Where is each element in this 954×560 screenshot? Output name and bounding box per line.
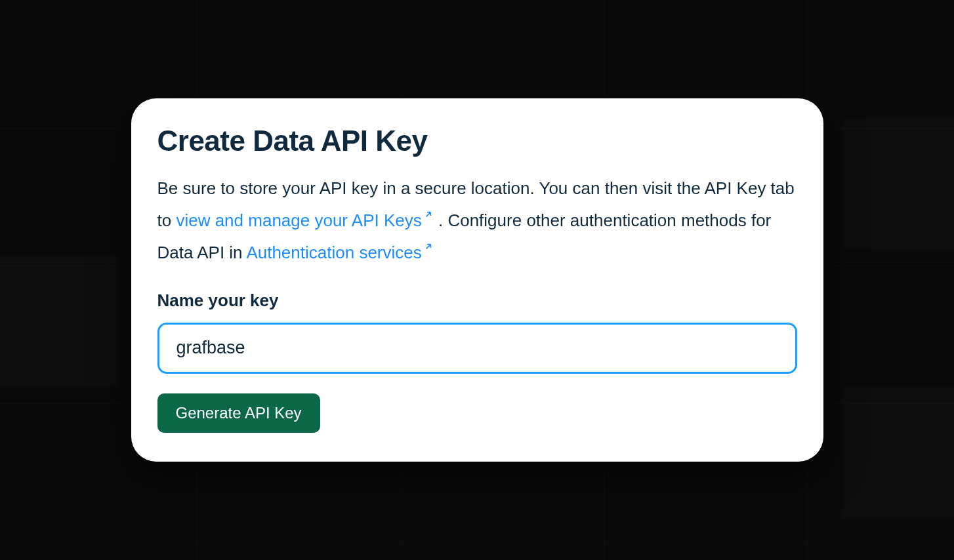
background-block (842, 387, 954, 518)
input-wrapper (157, 323, 797, 374)
create-api-key-card: Create Data API Key Be sure to store you… (131, 98, 823, 461)
card-title: Create Data API Key (157, 125, 797, 157)
link-text: Authentication services (246, 243, 421, 262)
card-description: Be sure to store your API key in a secur… (157, 176, 797, 265)
background-block (842, 118, 954, 249)
generate-api-key-button[interactable]: Generate API Key (157, 393, 320, 433)
manage-api-keys-link[interactable]: view and manage your API Keys (176, 210, 433, 230)
external-link-icon (423, 233, 434, 259)
link-text: view and manage your API Keys (176, 210, 421, 230)
key-name-label: Name your key (157, 290, 797, 311)
background-block (0, 256, 118, 387)
key-name-input[interactable] (157, 323, 797, 374)
authentication-services-link[interactable]: Authentication services (246, 243, 433, 262)
external-link-icon (423, 201, 434, 227)
